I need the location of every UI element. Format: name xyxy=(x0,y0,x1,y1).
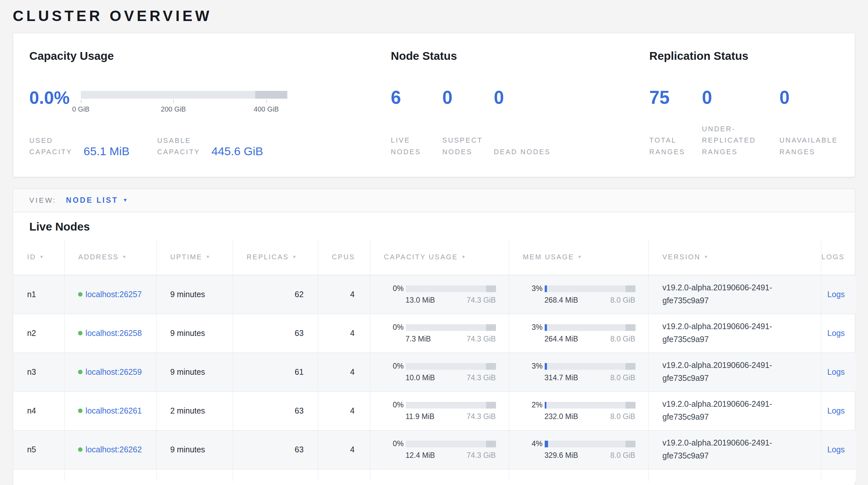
chevron-down-icon: ▼ xyxy=(123,198,128,203)
node-id-cell: n2 xyxy=(13,314,64,352)
mem-used-value: 329.6 MiB xyxy=(545,451,578,459)
capacity-total-value: 74.3 GiB xyxy=(467,296,496,304)
column-header-id[interactable]: ID▼ xyxy=(13,240,64,275)
column-header-version[interactable]: VERSION▼ xyxy=(648,240,821,275)
node-address-link[interactable]: localhost:26257 xyxy=(86,288,147,301)
node-id-cell: n3 xyxy=(13,352,64,391)
mem-used-fill xyxy=(545,402,547,408)
table-row-partial xyxy=(13,469,856,481)
dead-nodes-label: DEAD NODES xyxy=(494,146,634,158)
capacity-gauge-reserved-segment xyxy=(255,91,287,98)
sort-desc-icon: ▼ xyxy=(704,254,709,259)
node-logs-cell: Logs xyxy=(821,352,856,391)
live-status-dot-icon xyxy=(78,370,82,374)
capacity-usage-bar xyxy=(406,402,496,408)
live-nodes-heading: Live Nodes xyxy=(13,212,855,240)
capacity-usage-bar xyxy=(406,440,496,447)
nodes-table-partial-row xyxy=(13,469,856,481)
replication-status-stats: 75 TOTAL RANGES 0 UNDER-REPLICATED RANGE… xyxy=(649,88,839,158)
mem-total-value: 8.0 GiB xyxy=(610,412,635,421)
column-header-replicas[interactable]: REPLICAS▼ xyxy=(232,240,318,275)
mem-usage-bar xyxy=(545,363,635,370)
mem-total-value: 8.0 GiB xyxy=(610,373,635,382)
node-replicas-cell: 63 xyxy=(232,314,318,352)
node-capacity-usage-cell: 0% 10.0 MiB 74.3 GiB xyxy=(370,352,508,391)
node-uptime-cell: 2 minutes xyxy=(156,391,232,430)
mem-percent: 3% xyxy=(532,323,545,332)
live-status-dot-icon xyxy=(78,331,82,335)
mem-reserved-segment xyxy=(625,324,635,331)
logs-link[interactable]: Logs xyxy=(827,290,845,299)
column-header-cpus: CPUS xyxy=(318,240,370,275)
capacity-used-value: 7.3 MiB xyxy=(406,335,431,343)
column-header-logs: LOGS xyxy=(821,240,856,275)
mem-used-value: 232.0 MiB xyxy=(545,412,578,421)
view-selected-option[interactable]: NODE LIST xyxy=(66,196,118,205)
node-cpus-cell: 4 xyxy=(318,352,370,391)
capacity-percent: 0% xyxy=(393,362,405,370)
unavailable-ranges-value: 0 xyxy=(779,88,839,107)
node-address-link[interactable]: localhost:26258 xyxy=(86,327,147,340)
node-address-cell: localhost:26261 xyxy=(64,391,156,430)
table-row: n5 localhost:26262 9 minutes 63 4 0% 12.… xyxy=(13,430,856,469)
gauge-tick-label: 200 GiB xyxy=(161,106,186,113)
node-replicas-cell: 63 xyxy=(232,430,318,469)
logs-link[interactable]: Logs xyxy=(827,406,845,415)
node-address-cell: localhost:26262 xyxy=(64,430,156,469)
node-cpus-cell: 4 xyxy=(318,314,370,352)
logs-link[interactable]: Logs xyxy=(827,329,845,338)
node-logs-cell: Logs xyxy=(821,314,856,352)
mem-used-fill xyxy=(545,285,547,292)
node-logs-cell: Logs xyxy=(821,430,856,469)
node-address-link[interactable]: localhost:26262 xyxy=(86,443,147,456)
column-header-mem-usage[interactable]: MEM USAGE▼ xyxy=(508,240,648,275)
replication-status-section: Replication Status 75 TOTAL RANGES 0 UND… xyxy=(649,50,839,158)
mem-used-value: 314.7 MiB xyxy=(545,373,578,382)
nodes-table-header-row: ID▼ ADDRESS▼ UPTIME▼ REPLICAS▼ CPUS CAPA… xyxy=(13,240,856,275)
mem-usage-bar xyxy=(545,285,635,292)
mem-total-value: 8.0 GiB xyxy=(610,451,635,459)
node-address-link[interactable]: localhost:26261 xyxy=(86,404,147,417)
column-header-capacity-usage[interactable]: CAPACITY USAGE▼ xyxy=(370,240,508,275)
live-nodes-stat: 6 LIVE NODES xyxy=(391,88,442,158)
column-header-address[interactable]: ADDRESS▼ xyxy=(64,240,156,275)
live-nodes-value: 6 xyxy=(391,88,442,107)
gauge-tick-label: 400 GiB xyxy=(254,106,279,113)
capacity-total-value: 74.3 GiB xyxy=(467,335,496,343)
total-ranges-value: 75 xyxy=(649,88,702,107)
used-capacity-metric: USED CAPACITY 65.1 MiB xyxy=(29,135,129,158)
node-address-link[interactable]: localhost:26259 xyxy=(86,366,147,378)
node-cpus-cell: 4 xyxy=(318,391,370,430)
mem-total-value: 8.0 GiB xyxy=(610,296,635,304)
column-header-uptime[interactable]: UPTIME▼ xyxy=(156,240,232,275)
sort-desc-icon: ▼ xyxy=(39,254,45,259)
capacity-reserved-segment xyxy=(486,285,496,292)
capacity-usage-title: Capacity Usage xyxy=(29,50,362,63)
table-row: n3 localhost:26259 9 minutes 61 4 0% 10.… xyxy=(13,352,856,391)
logs-link[interactable]: Logs xyxy=(827,445,845,454)
node-cpus-cell: 4 xyxy=(318,430,370,469)
mem-total-value: 8.0 GiB xyxy=(610,335,635,343)
node-uptime-cell: 9 minutes xyxy=(156,430,232,469)
capacity-used-value: 11.9 MiB xyxy=(406,412,435,421)
logs-link[interactable]: Logs xyxy=(827,368,845,376)
mem-usage-bar xyxy=(545,402,635,408)
view-selector-dropdown[interactable]: NODE LIST ▼ xyxy=(66,196,128,205)
under-replicated-ranges-stat: 0 UNDER-REPLICATED RANGES xyxy=(702,88,779,158)
cluster-summary-card: Capacity Usage 0.0% 0 GiB 200 GiB 400 Gi… xyxy=(12,33,855,177)
under-replicated-ranges-value: 0 xyxy=(702,88,779,107)
dead-nodes-stat: 0 DEAD NODES xyxy=(494,88,634,158)
usable-capacity-label: USABLE CAPACITY xyxy=(157,135,206,158)
mem-reserved-segment xyxy=(625,402,635,408)
node-mem-usage-cell: 4% 329.6 MiB 8.0 GiB xyxy=(508,430,648,469)
capacity-usage-section: Capacity Usage 0.0% 0 GiB 200 GiB 400 Gi… xyxy=(29,50,362,158)
node-version-cell: v19.2.0-alpha.20190606-2491-gfe735c9a97 xyxy=(648,430,821,469)
capacity-metrics: USED CAPACITY 65.1 MiB USABLE CAPACITY 4… xyxy=(29,135,263,158)
live-status-dot-icon xyxy=(78,447,82,452)
node-cpus-cell: 4 xyxy=(318,275,370,314)
gauge-tick xyxy=(174,100,174,103)
capacity-gauge-row: 0.0% 0 GiB 200 GiB 400 GiB xyxy=(29,88,287,107)
node-capacity-usage-cell: 0% 13.0 MiB 74.3 GiB xyxy=(370,275,508,314)
capacity-usage-bar xyxy=(406,363,496,370)
mem-usage-bar xyxy=(545,324,635,331)
